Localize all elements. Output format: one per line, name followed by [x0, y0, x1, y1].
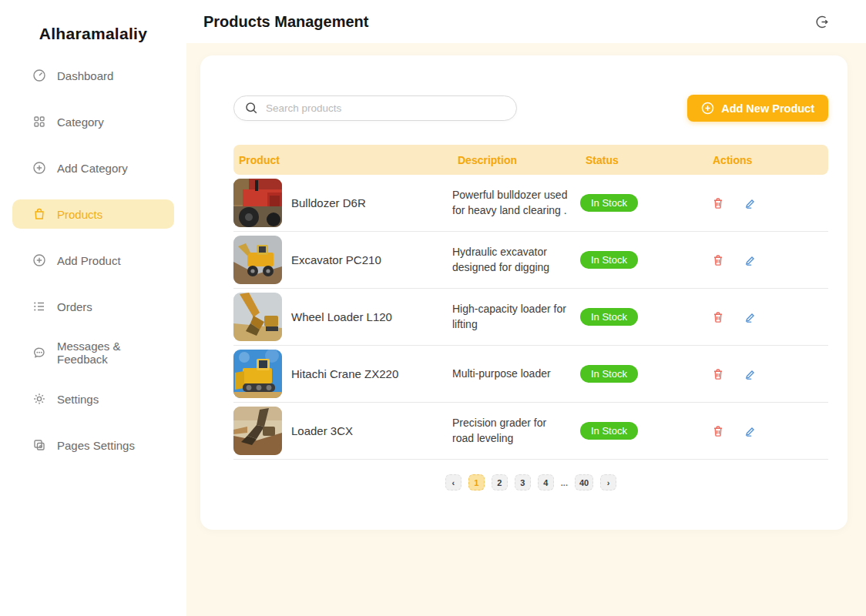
pagination-ellipsis: ... [561, 478, 568, 487]
edit-pencil-icon [744, 197, 757, 209]
product-name: Hitachi Crane ZX220 [291, 367, 398, 380]
product-description: Multi-purpose loader [452, 367, 580, 382]
topbar: Products Management [186, 0, 866, 43]
edit-button[interactable] [743, 253, 758, 268]
chat-bubble-icon [32, 346, 46, 360]
products-table: Product Description Status Actions Bulld… [233, 145, 828, 460]
search-icon [245, 102, 258, 115]
sidebar-item-products[interactable]: Products [12, 199, 174, 229]
status-badge: In Stock [580, 308, 638, 326]
sidebar-item-label: Messages & Feedback [57, 340, 174, 366]
pagination-page-1[interactable]: 1 [468, 474, 485, 490]
sidebar-item-label: Products [57, 208, 102, 221]
sidebar-item-settings[interactable]: Settings [12, 376, 174, 422]
delete-button[interactable] [710, 367, 726, 382]
sidebar-item-label: Dashboard [57, 69, 113, 82]
trash-icon [712, 368, 724, 380]
table-row: Hitachi Crane ZX220 Multi-purpose loader… [233, 346, 828, 403]
status-badge: In Stock [580, 194, 638, 212]
product-image [233, 236, 282, 284]
search-box [233, 95, 517, 121]
sidebar-item-orders[interactable]: Orders [12, 283, 174, 330]
category-grid-icon [32, 115, 46, 129]
sidebar-item-category[interactable]: Category [12, 99, 174, 145]
column-header-status: Status [580, 154, 707, 166]
product-image [233, 407, 282, 455]
plus-circle-icon [32, 253, 46, 267]
sidebar-item-pages-settings[interactable]: Pages Settings [12, 422, 174, 468]
edit-button[interactable] [743, 367, 758, 382]
pagination-page-3[interactable]: 3 [515, 474, 531, 490]
sidebar-item-label: Category [57, 116, 104, 129]
logout-button[interactable] [814, 14, 831, 30]
sidebar-item-dashboard[interactable]: Dashboard [12, 52, 174, 99]
status-badge: In Stock [580, 365, 638, 383]
product-name: Loader 3CX [291, 424, 353, 437]
main-content: Add New Product Product Description Stat… [186, 43, 866, 616]
pagination-page-4[interactable]: 4 [538, 474, 554, 490]
trash-icon [712, 311, 724, 323]
column-header-actions: Actions [707, 154, 828, 166]
edit-button[interactable] [743, 196, 758, 211]
pagination-page-40[interactable]: 40 [575, 474, 593, 490]
product-name: Wheel Loader L120 [291, 310, 392, 323]
sidebar-item-label: Orders [57, 300, 92, 313]
sidebar-item-label: Add Product [57, 254, 121, 267]
sidebar: Alharamalaliy Dashboard Category Add Cat… [0, 0, 186, 616]
add-new-product-button[interactable]: Add New Product [687, 95, 828, 122]
table-header: Product Description Status Actions [233, 145, 828, 175]
sidebar-item-label: Add Category [57, 162, 128, 175]
product-name: Excavator PC210 [291, 253, 381, 266]
edit-pencil-icon [744, 311, 757, 323]
column-header-description: Description [452, 154, 580, 166]
page-title: Products Management [203, 13, 368, 31]
table-row: Bulldozer D6R Powerful bulldozer used fo… [233, 175, 828, 232]
delete-button[interactable] [710, 196, 726, 211]
product-image [233, 293, 282, 341]
trash-icon [712, 254, 724, 266]
gear-icon [32, 392, 46, 406]
pagination-page-2[interactable]: 2 [492, 474, 508, 490]
pagination: ‹ 1 2 3 4 ... 40 › [233, 474, 828, 490]
product-description: High-capacity loader for lifting [452, 302, 580, 332]
sidebar-item-add-product[interactable]: Add Product [12, 237, 174, 283]
column-header-product: Product [233, 154, 452, 166]
pagination-next[interactable]: › [600, 474, 616, 490]
toolbar: Add New Product [233, 95, 828, 122]
product-image [233, 179, 282, 227]
delete-button[interactable] [710, 310, 726, 325]
product-description: Powerful bulldozer used for heavy land c… [452, 188, 580, 218]
sidebar-item-add-category[interactable]: Add Category [12, 145, 174, 191]
shopping-bag-icon [32, 207, 46, 221]
table-row: Loader 3CX Precision grader for road lev… [233, 403, 828, 460]
pagination-prev[interactable]: ‹ [445, 474, 462, 490]
products-card: Add New Product Product Description Stat… [200, 55, 848, 530]
search-input[interactable] [266, 102, 507, 114]
table-row: Wheel Loader L120 High-capacity loader f… [233, 289, 828, 346]
edit-button[interactable] [743, 424, 758, 439]
logout-icon [814, 14, 831, 30]
pages-icon [32, 438, 46, 452]
edit-pencil-icon [744, 425, 757, 437]
delete-button[interactable] [710, 253, 726, 268]
product-name: Bulldozer D6R [291, 196, 366, 209]
sidebar-item-messages-feedback[interactable]: Messages & Feedback [12, 330, 174, 376]
delete-button[interactable] [710, 424, 726, 439]
product-image [233, 350, 282, 398]
product-description: Precision grader for road leveling [452, 416, 580, 446]
edit-button[interactable] [743, 310, 758, 325]
plus-circle-icon [32, 161, 46, 175]
plus-circle-icon [701, 102, 714, 115]
add-new-product-label: Add New Product [721, 102, 814, 115]
status-badge: In Stock [580, 251, 638, 269]
product-description: Hydraulic excavator designed for digging [452, 245, 580, 275]
list-icon [32, 300, 46, 313]
trash-icon [712, 425, 724, 437]
status-badge: In Stock [580, 422, 638, 440]
sidebar-item-label: Pages Settings [57, 439, 135, 452]
edit-pencil-icon [744, 254, 757, 266]
brand-logo: Alharamalaliy [0, 0, 186, 43]
table-row: Excavator PC210 Hydraulic excavator desi… [233, 232, 828, 289]
sidebar-item-label: Settings [57, 393, 99, 406]
sidebar-nav: Dashboard Category Add Category Products [0, 52, 186, 468]
